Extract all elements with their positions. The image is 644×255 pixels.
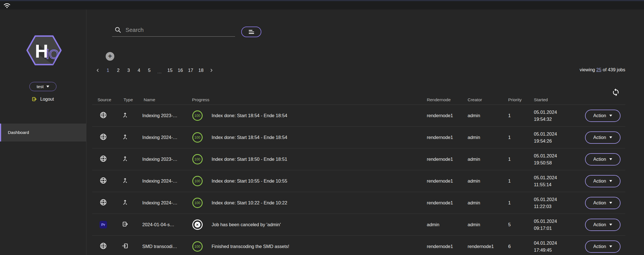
table-row: Pr 2024-01-04-s… ✕ Job has been canceled…	[92, 214, 625, 236]
job-started: 05.01.2024 19:54:26	[525, 131, 570, 145]
started-date: 05.01.2024	[534, 196, 570, 203]
column-header-creator: Creator	[459, 97, 500, 102]
globe-icon	[100, 133, 107, 142]
job-started: 05.01.2024 11:22:03	[525, 196, 570, 210]
account-name: test	[37, 84, 44, 89]
sidebar: H iO test Logout Dashboard	[0, 10, 86, 255]
job-rendernode: rendernode1	[418, 178, 459, 184]
source-cell	[92, 111, 117, 120]
source-cell	[92, 199, 117, 207]
table-row: Indexing 2024-… 100 Index done: Start 18…	[92, 127, 625, 148]
filter-button[interactable]	[241, 27, 261, 37]
started-time: 19:50:58	[534, 159, 570, 166]
job-creator: rendernode1	[459, 244, 500, 249]
pagination-page-15[interactable]: 15	[166, 66, 174, 74]
action-label: Action	[593, 135, 606, 140]
job-status: Index done: Start 10:22 - Ende 10:22	[208, 200, 418, 206]
chevron-down-icon	[609, 202, 612, 204]
job-priority: 1	[500, 157, 525, 162]
action-label: Action	[593, 157, 606, 162]
logout-button[interactable]: Logout	[31, 96, 54, 102]
pagination-page-16[interactable]: 16	[177, 66, 184, 74]
job-creator: admin	[459, 113, 500, 118]
job-started: 05.01.2024 19:54:32	[525, 109, 570, 123]
table-row: Indexing 2023-… 100 Index done: Start 18…	[92, 148, 625, 170]
started-date: 05.01.2024	[534, 131, 570, 138]
started-time: 19:54:26	[534, 138, 570, 145]
pagination-page-5[interactable]: 5	[146, 66, 153, 74]
action-button[interactable]: Action	[585, 175, 621, 187]
job-rendernode: admin	[418, 222, 459, 227]
jobs-summary: viewing 25 of 439 jobs	[580, 67, 625, 72]
job-status: Finished transcoding the SMD assets!	[208, 244, 418, 249]
summary-prefix: viewing	[580, 67, 596, 72]
progress-badge: 100	[192, 176, 203, 186]
pagination-page-18[interactable]: 18	[197, 66, 205, 74]
started-time: 11:55:14	[534, 181, 570, 188]
action-label: Action	[593, 178, 606, 184]
job-name: Indexing 2023-…	[138, 113, 187, 118]
action-button[interactable]: Action	[585, 219, 621, 231]
progress-badge: 100	[192, 110, 203, 121]
table-row: SMD transcodi… 100 Finished transcoding …	[92, 236, 625, 255]
job-name: Indexing 2023-…	[138, 157, 187, 162]
type-cell	[117, 242, 138, 251]
table-row: Indexing 2023-… 100 Index done: Start 18…	[92, 105, 625, 127]
job-creator: admin	[459, 200, 500, 206]
viewing-count-link[interactable]: 25	[596, 67, 601, 72]
started-date: 05.01.2024	[534, 109, 570, 116]
type-cell	[117, 112, 138, 120]
status-bar	[0, 1, 644, 10]
search-icon	[114, 26, 121, 33]
chevron-down-icon	[609, 158, 612, 160]
job-priority: 1	[500, 178, 525, 184]
progress-cell: 100	[187, 110, 208, 121]
job-status: Index done: Start 10:55 - Ende 10:55	[208, 178, 418, 184]
action-button[interactable]: Action	[585, 153, 621, 166]
action-label: Action	[593, 200, 606, 206]
pagination-page-2[interactable]: 2	[115, 66, 122, 74]
jobs-table: SourceTypeNameProgressRendernodeCreatorP…	[92, 95, 625, 255]
sidebar-item-dashboard[interactable]: Dashboard	[0, 124, 86, 141]
job-status: Index done: Start 18:54 - Ende 18:54	[208, 135, 418, 140]
pagination-next[interactable]	[208, 66, 215, 74]
chevron-down-icon	[609, 115, 612, 117]
type-cell	[117, 177, 138, 185]
pagination: 12345...15161718	[94, 66, 215, 74]
add-job-button[interactable]: +	[106, 52, 114, 61]
logout-label: Logout	[40, 97, 54, 102]
started-time: 09:17:01	[534, 225, 570, 232]
table-body: Indexing 2023-… 100 Index done: Start 18…	[92, 105, 625, 255]
source-cell	[92, 133, 117, 142]
pagination-page-3[interactable]: 3	[125, 66, 132, 74]
job-started: 05.01.2024 11:55:14	[525, 174, 570, 188]
account-dropdown[interactable]: test	[29, 82, 56, 91]
search-input[interactable]	[125, 25, 232, 35]
started-time: 17:49:45	[534, 247, 570, 254]
pagination-page-4[interactable]: 4	[135, 66, 143, 74]
canceled-icon: ✕	[192, 219, 203, 230]
chevron-down-icon	[609, 224, 612, 226]
merge-icon	[122, 133, 129, 141]
job-status: Index done: Start 18:54 - Ende 18:54	[208, 113, 418, 118]
logout-icon	[31, 96, 37, 102]
merge-icon	[122, 112, 129, 120]
action-label: Action	[593, 222, 606, 227]
job-started: 05.01.2024 19:50:58	[525, 152, 570, 166]
main-content: + 12345...15161718 viewing 25 of 439 job…	[86, 10, 644, 255]
chevron-down-icon	[46, 86, 49, 88]
pagination-prev[interactable]	[94, 66, 101, 74]
action-button[interactable]: Action	[585, 240, 621, 253]
job-priority: 5	[500, 222, 525, 227]
source-cell	[92, 177, 117, 185]
pagination-page-1[interactable]: 1	[104, 66, 112, 74]
action-button[interactable]: Action	[585, 131, 621, 144]
pagination-page-17[interactable]: 17	[187, 66, 194, 74]
action-button[interactable]: Action	[585, 110, 621, 122]
progress-badge: 100	[192, 241, 203, 252]
progress-cell: 100	[187, 176, 208, 186]
column-header-started: Started	[525, 97, 570, 102]
chevron-down-icon	[609, 180, 612, 182]
started-date: 05.01.2024	[534, 174, 570, 181]
action-button[interactable]: Action	[585, 197, 621, 209]
